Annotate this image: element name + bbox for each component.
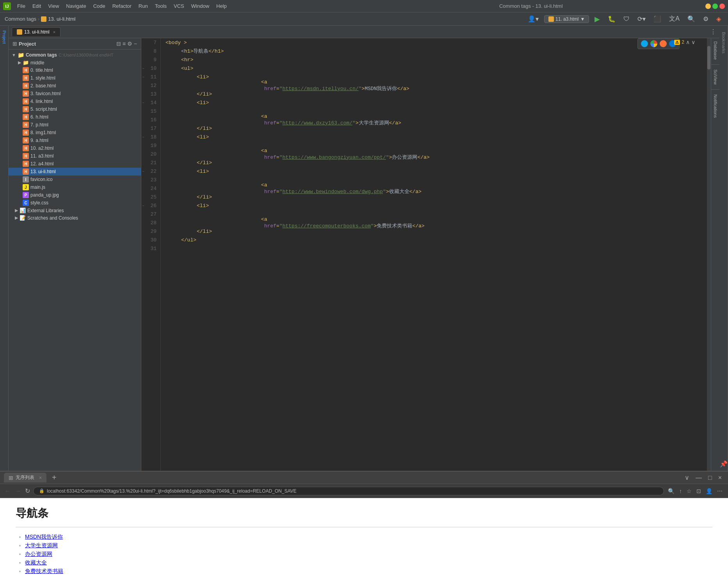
maximize-button[interactable]	[712, 4, 718, 9]
more-run-button[interactable]: ⟳▾	[635, 14, 648, 23]
new-tab-button[interactable]: +	[52, 473, 57, 482]
avatar-icon[interactable]: 👤▾	[525, 14, 541, 23]
code-area[interactable]: <body > <h1>导航条</h1> <hr> <ul> <li>	[161, 38, 707, 471]
project-vertical-tab[interactable]: Project	[1, 27, 7, 47]
firefox-icon[interactable]	[660, 40, 667, 47]
coverage-button[interactable]: 🛡	[621, 15, 632, 23]
sciview-tab[interactable]: SciView	[712, 66, 719, 88]
tree-root-folder[interactable]: ▼ 📁 Common tags C:\Users\13600\front end…	[9, 51, 141, 59]
menu-refactor[interactable]: Refactor	[109, 2, 135, 10]
tree-item-12[interactable]: H 12. a4.html	[9, 160, 141, 168]
browser-bookmark-icon[interactable]: ☆	[685, 487, 693, 495]
notifications-tab[interactable]: Notifications	[712, 91, 719, 121]
browser-tab[interactable]: ⊞ 无序列表 ×	[4, 473, 46, 482]
branch-selector[interactable]: 11. a3.html ▼	[544, 15, 589, 23]
link-bangong[interactable]: 办公资源网	[25, 551, 52, 557]
editor-tab-active[interactable]: 13. ui-li.html ×	[12, 27, 61, 36]
tree-item-10[interactable]: H 10. a2.html	[9, 144, 141, 152]
browser-more-icon[interactable]: ∨	[682, 473, 692, 482]
sidebar-settings-icon[interactable]: ⚙	[127, 41, 132, 47]
tree-folder-scratches[interactable]: ▶ 📝 Scratches and Consoles	[9, 214, 141, 222]
chrome-icon[interactable]	[650, 40, 657, 47]
menu-file[interactable]: File	[14, 2, 28, 10]
tree-item-panda[interactable]: P panda_up.jpg	[9, 191, 141, 199]
tree-item-3[interactable]: H 3. favicon.html	[9, 90, 141, 98]
safari-icon[interactable]	[641, 40, 648, 47]
fold-11-icon[interactable]: –	[142, 75, 144, 79]
stop-button[interactable]: ⬛	[651, 14, 664, 23]
fold-26-icon[interactable]: –	[142, 204, 144, 208]
right-sidebar-divider	[711, 64, 719, 65]
debug-button[interactable]: 🐛	[605, 14, 618, 23]
toolbox-icon[interactable]: ◈	[714, 14, 723, 23]
sidebar-layout-icon[interactable]: ⊟	[116, 41, 121, 47]
editor-scrollbar[interactable]	[707, 38, 711, 471]
tab-options-icon[interactable]: ⋮	[710, 28, 716, 35]
breadcrumb-root[interactable]: Common tags	[5, 16, 36, 22]
run-button[interactable]: ▶	[592, 14, 602, 24]
tree-folder-middle[interactable]: ▶ 📁 middle	[9, 59, 141, 66]
menu-help[interactable]: Help	[213, 2, 230, 10]
tree-item-0[interactable]: H 0. title.html	[9, 66, 141, 74]
translate-icon[interactable]: 文A	[667, 14, 682, 24]
scroll-thumb[interactable]	[707, 46, 710, 69]
sidebar-close-icon[interactable]: −	[134, 41, 137, 47]
link-dxzy[interactable]: 大学生资源网	[25, 542, 58, 548]
browser-tab-close-button[interactable]: ×	[39, 475, 42, 481]
tree-item-4[interactable]: H 4. link.html	[9, 98, 141, 105]
browser-refresh-button[interactable]: ↻	[24, 486, 31, 495]
tree-item-9[interactable]: H 9. a.html	[9, 137, 141, 144]
bookmarks-pin-icon[interactable]: 📌	[720, 460, 728, 468]
browser-profile-icon[interactable]: 👤	[704, 487, 714, 495]
browser-share-icon[interactable]: ↑	[678, 487, 684, 495]
tree-item-7[interactable]: H 7. p.html	[9, 121, 141, 129]
minimize-button[interactable]	[705, 4, 711, 9]
menu-navigate[interactable]: Navigate	[63, 2, 89, 10]
tree-item-11[interactable]: H 11. a3.html	[9, 152, 141, 160]
expand-warnings-icon[interactable]: ∧	[686, 39, 690, 45]
settings-icon[interactable]: ⚙	[701, 14, 711, 23]
tree-item-6[interactable]: H 6. h.html	[9, 113, 141, 121]
browser-back-button[interactable]: ←	[4, 487, 12, 495]
sidebar-collapse-icon[interactable]: ≡	[123, 41, 126, 47]
tree-folder-ext-libs[interactable]: ▶ 📊 External Libraries	[9, 207, 141, 214]
tree-item-13[interactable]: H 13. ui-li.html	[9, 168, 141, 176]
browser-zoom-icon[interactable]: 🔍	[666, 487, 676, 495]
tree-item-5[interactable]: H 5. script.html	[9, 105, 141, 113]
browser-address-bar[interactable]: 🔒 localhost:63342/Common%20tags/13.%20ui…	[33, 487, 664, 495]
menu-code[interactable]: Code	[90, 2, 109, 10]
tree-item-mainjs[interactable]: J main.js	[9, 183, 141, 191]
browser-menu-icon[interactable]: ⋯	[716, 487, 724, 495]
fold-22-icon[interactable]: –	[142, 169, 144, 174]
sidebar-expand-icon[interactable]: ⊞	[12, 41, 17, 47]
file-label-5: 5. script.html	[30, 106, 57, 112]
tree-item-1[interactable]: H 1. style.html	[9, 74, 141, 82]
browser-close-button[interactable]: ×	[716, 474, 724, 482]
search-icon[interactable]: 🔍	[685, 14, 698, 23]
fold-10-icon[interactable]: –	[142, 66, 144, 71]
browser-minimize-button[interactable]: —	[693, 474, 704, 482]
tab-close-button[interactable]: ×	[53, 30, 55, 34]
bookmarks-tab[interactable]: Bookmarks	[721, 29, 727, 57]
tree-item-2[interactable]: H 2. base.html	[9, 82, 141, 90]
browser-forward-button[interactable]: →	[14, 487, 22, 495]
menu-vcs[interactable]: VCS	[171, 2, 187, 10]
link-msdn[interactable]: MSDN我告诉你	[25, 534, 63, 540]
fold-14-icon[interactable]: –	[142, 101, 144, 105]
menu-window[interactable]: Window	[188, 2, 212, 10]
browser-maximize-button[interactable]: □	[706, 474, 714, 482]
tree-item-favicon[interactable]: I favicon.ico	[9, 176, 141, 183]
menu-view[interactable]: View	[45, 2, 62, 10]
menu-tools[interactable]: Tools	[152, 2, 170, 10]
fold-18-icon[interactable]: –	[142, 135, 144, 139]
database-tab[interactable]: Database	[712, 38, 719, 63]
link-freebooks[interactable]: 免费技术类书籍	[25, 568, 63, 574]
tree-item-8[interactable]: H 8. img1.html	[9, 129, 141, 137]
link-shoucang[interactable]: 收藏大全	[25, 559, 47, 566]
tree-item-css[interactable]: C style.css	[9, 199, 141, 207]
menu-run[interactable]: Run	[135, 2, 151, 10]
menu-edit[interactable]: Edit	[29, 2, 44, 10]
browser-sidebar-icon[interactable]: ⊡	[695, 487, 703, 495]
close-button[interactable]	[719, 4, 725, 9]
collapse-warnings-icon[interactable]: ∨	[691, 39, 695, 45]
